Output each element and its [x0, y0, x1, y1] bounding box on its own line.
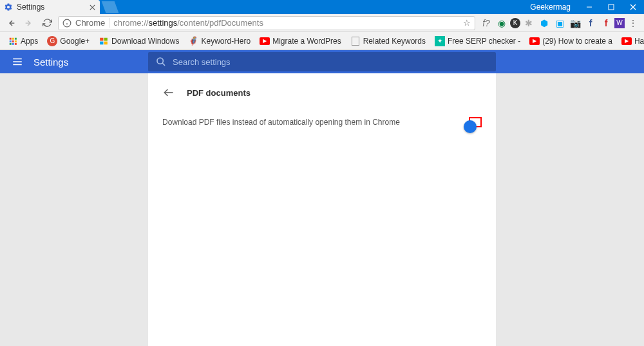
setting-row-pdf-download: Download PDF files instead of automatica…: [148, 108, 496, 136]
search-icon: [156, 57, 166, 67]
omnibox-url: chrome://settings/content/pdfDocuments: [113, 18, 459, 28]
back-button[interactable]: [4, 16, 18, 30]
bookmark-googleplus[interactable]: G Google+: [43, 34, 93, 48]
browser-toolbar: Chrome chrome://settings/content/pdfDocu…: [0, 14, 644, 32]
page-icon: [350, 36, 361, 46]
svg-rect-22: [100, 41, 103, 44]
info-icon: [62, 19, 71, 28]
window-close[interactable]: [622, 0, 644, 14]
back-arrow-button[interactable]: [162, 86, 175, 99]
bookmark-serp-checker[interactable]: ✦ Free SERP checker -: [431, 34, 524, 48]
settings-title: Settings: [33, 57, 68, 68]
ext-icon-3[interactable]: K: [510, 18, 520, 28]
chrome-menu[interactable]: ⋮: [626, 16, 640, 30]
ext-icon-10[interactable]: W: [614, 18, 625, 28]
windows-icon: [99, 36, 109, 46]
ext-icon-5[interactable]: ⬢: [537, 16, 551, 30]
browser-tab[interactable]: Settings: [0, 0, 100, 14]
keyword-hero-icon: 🦸: [188, 36, 198, 46]
bookmark-apps[interactable]: Apps: [4, 34, 42, 48]
bookmark-label: Google+: [60, 37, 90, 46]
ext-icon-4[interactable]: ✱: [522, 16, 536, 30]
bookmark-label: Hang Ups (Want You: [634, 37, 644, 46]
bookmark-label: Keyword-Hero: [201, 37, 251, 46]
apps-icon: [8, 36, 18, 46]
window-titlebar: Settings Geekermag: [0, 0, 644, 14]
ext-icon-2[interactable]: ◉: [495, 16, 509, 30]
settings-card: PDF documents Download PDF files instead…: [148, 73, 496, 346]
bookmarks-bar: Apps G Google+ Download Windows 🦸 Keywor…: [0, 32, 644, 50]
svg-rect-12: [12, 37, 14, 39]
svg-rect-13: [15, 37, 17, 39]
youtube-icon: ▶: [529, 37, 540, 45]
googleplus-icon: G: [47, 36, 57, 46]
window-minimize[interactable]: [578, 0, 600, 14]
serp-icon: ✦: [435, 36, 445, 46]
bookmark-keyword-hero[interactable]: 🦸 Keyword-Hero: [184, 34, 254, 48]
bookmark-star-icon[interactable]: ☆: [463, 18, 471, 28]
ext-icon-9[interactable]: f: [599, 16, 613, 30]
window-owner: Geekermag: [530, 3, 571, 12]
svg-rect-19: [15, 42, 17, 44]
svg-rect-18: [12, 42, 14, 44]
reload-button[interactable]: [40, 16, 54, 30]
ext-icon-7[interactable]: 📷: [568, 16, 582, 30]
ext-icon-8[interactable]: f: [583, 16, 598, 30]
svg-rect-15: [12, 40, 14, 42]
bookmark-label: Free SERP checker -: [448, 37, 520, 46]
bookmark-how-to-create[interactable]: ▶ (29) How to create a: [526, 35, 616, 48]
svg-rect-21: [104, 37, 108, 41]
extension-icons: f? ◉ K ✱ ⬢ ▣ 📷 f f W ⋮: [479, 16, 640, 30]
ext-icon-1[interactable]: f?: [479, 16, 493, 30]
window-maximize[interactable]: [600, 0, 622, 14]
tab-title: Settings: [17, 3, 84, 12]
bookmark-migrate-wp[interactable]: ▶ Migrate a WordPres: [256, 35, 345, 48]
tab-close-button[interactable]: [88, 3, 96, 11]
svg-point-27: [157, 58, 163, 64]
bookmark-label: Migrate a WordPres: [272, 37, 341, 46]
bookmark-hang-ups[interactable]: ▶ Hang Ups (Want You: [618, 35, 644, 48]
svg-rect-17: [10, 42, 12, 44]
settings-header: Settings Search settings: [0, 50, 644, 73]
ext-icon-6[interactable]: ▣: [553, 16, 567, 30]
youtube-icon: ▶: [621, 37, 632, 45]
card-title: PDF documents: [187, 88, 251, 98]
bookmark-label: Related Keywords: [363, 37, 426, 46]
bookmark-label: (29) How to create a: [542, 37, 612, 46]
setting-label: Download PDF files instead of automatica…: [162, 118, 469, 127]
bookmark-label: Download Windows: [111, 37, 179, 46]
bookmark-related-keywords[interactable]: Related Keywords: [346, 34, 430, 48]
new-tab-button[interactable]: [102, 1, 119, 13]
address-bar[interactable]: Chrome chrome://settings/content/pdfDocu…: [58, 16, 475, 30]
svg-line-28: [162, 63, 165, 66]
svg-rect-20: [100, 37, 103, 41]
bookmark-download-windows[interactable]: Download Windows: [95, 34, 183, 48]
toggle-knob: [464, 120, 477, 133]
svg-rect-23: [104, 41, 108, 44]
settings-search[interactable]: Search settings: [148, 52, 496, 71]
hamburger-menu-icon[interactable]: [12, 56, 23, 68]
content-area: PDF documents Download PDF files instead…: [0, 73, 644, 346]
svg-rect-11: [10, 37, 12, 39]
omnibox-origin: Chrome: [75, 18, 109, 28]
gear-icon: [4, 3, 13, 12]
forward-button[interactable]: [22, 16, 36, 30]
youtube-icon: ▶: [260, 37, 270, 45]
highlight-box: [469, 117, 482, 127]
svg-rect-14: [10, 40, 12, 42]
svg-rect-16: [15, 40, 17, 42]
search-placeholder: Search settings: [173, 57, 231, 67]
bookmark-label: Apps: [21, 37, 38, 46]
svg-rect-3: [609, 5, 614, 10]
